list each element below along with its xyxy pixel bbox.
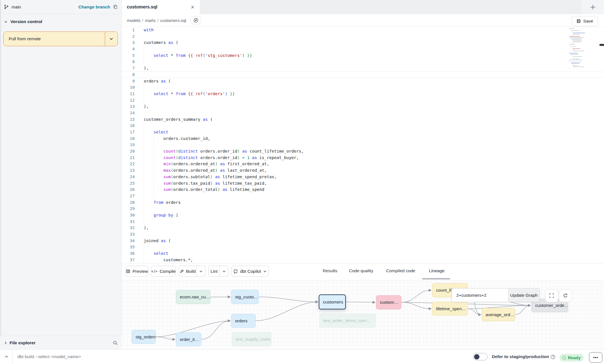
code-line[interactable]: 34joined as ( xyxy=(122,238,604,244)
minimap[interactable] xyxy=(569,28,596,71)
code-line[interactable]: 18 orders.customer_id, xyxy=(122,135,604,142)
code-line[interactable]: 14 xyxy=(122,110,604,116)
code-line[interactable]: 3customers as ( xyxy=(122,39,604,46)
code-line[interactable]: 5 select * from {{ ref('stg_customers') … xyxy=(122,52,604,59)
code-line[interactable]: 12 xyxy=(122,97,604,104)
lineage-node-stg_orders[interactable]: stg_orders xyxy=(132,330,156,344)
preview-button[interactable]: Preview xyxy=(125,266,149,277)
build-dropdown-chevron[interactable] xyxy=(196,266,205,276)
lineage-node-average_order[interactable]: average_ord… xyxy=(482,308,515,321)
search-icon[interactable] xyxy=(113,340,118,345)
code-editor[interactable]: 1with23customers as (45 select * from {{… xyxy=(122,27,604,263)
code-line[interactable]: 2 xyxy=(122,33,604,40)
help-icon[interactable] xyxy=(550,354,556,359)
code-line[interactable]: 37 customers.*, xyxy=(122,257,604,263)
code-line[interactable]: 27 xyxy=(122,193,604,199)
code-line[interactable]: 7), xyxy=(122,65,604,72)
code-line[interactable]: 22 min(orders.ordered_at) as first_order… xyxy=(122,161,604,167)
save-button[interactable]: Save xyxy=(572,16,598,26)
refresh-icon[interactable] xyxy=(559,289,572,302)
code-line[interactable]: 16 xyxy=(122,122,604,129)
file-explorer-label: File explorer xyxy=(10,340,36,345)
version-control-header[interactable]: Version control xyxy=(0,14,122,29)
line-number: 15 xyxy=(122,116,135,123)
dbt-copilot-button[interactable]: dbt Copilot xyxy=(231,266,269,277)
more-menu-button[interactable]: ••• xyxy=(589,352,602,363)
lineage-node-lifetime_spend[interactable]: lifetime_spen… xyxy=(432,302,468,316)
code-line[interactable]: 8 xyxy=(122,72,604,78)
code-line[interactable]: 10 xyxy=(122,84,604,91)
copilot-dropdown-chevron[interactable] xyxy=(263,270,267,273)
code-line[interactable]: 19 xyxy=(122,142,604,148)
code-line[interactable]: 1with xyxy=(122,27,604,33)
minimap-line xyxy=(573,34,580,34)
toggle-knob xyxy=(474,354,479,359)
compile-button[interactable]: </> Compile xyxy=(151,266,176,277)
code-line[interactable]: 33 xyxy=(122,231,604,238)
command-input[interactable]: dbt build --select <model_name> xyxy=(17,353,271,360)
code-line[interactable]: 4 xyxy=(122,46,604,52)
lineage-node-stg_customers[interactable]: stg_custo… xyxy=(231,290,259,304)
code-line[interactable]: 15customer_orders_summary as ( xyxy=(122,116,604,123)
minimap-line xyxy=(569,36,580,37)
code-line[interactable]: 20 count(distinct orders.order_id) as co… xyxy=(122,148,604,155)
code-line[interactable]: 24 sum(orders.subtotal) as lifetime_spen… xyxy=(122,174,604,180)
lineage-canvas[interactable]: 2+customers+2 Update Graph ecom.raw_cu…s… xyxy=(122,280,604,349)
status-badge[interactable]: Ready xyxy=(559,354,584,361)
code-line[interactable]: 11 select * from {{ ref('orders') }} xyxy=(122,91,604,97)
code-line[interactable]: 36 select xyxy=(122,250,604,257)
code-line[interactable]: 21 count(distinct orders.order_id) > 1 a… xyxy=(122,155,604,161)
code-line[interactable]: 17 select xyxy=(122,129,604,135)
minimap-line xyxy=(571,30,579,31)
code-line[interactable]: 28 from orders xyxy=(122,199,604,206)
minimap-line xyxy=(571,55,572,56)
update-graph-button[interactable]: Update Graph xyxy=(508,289,539,302)
tab-code-quality[interactable]: Code quality xyxy=(349,268,373,273)
minimap-line xyxy=(571,39,581,40)
tab-results[interactable]: Results xyxy=(323,268,337,273)
code-line[interactable]: 35 xyxy=(122,244,604,250)
code-line[interactable]: 29 xyxy=(122,206,604,212)
compass-icon[interactable] xyxy=(190,16,202,24)
file-explorer-row[interactable]: File explorer xyxy=(0,336,122,349)
lint-dropdown-chevron[interactable] xyxy=(220,266,228,276)
lineage-node-customers[interactable]: customers xyxy=(319,294,346,309)
code-line[interactable]: 6 xyxy=(122,59,604,65)
breadcrumb-file[interactable]: customers.sql xyxy=(160,18,186,23)
line-number: 1 xyxy=(122,27,135,33)
minimap-line xyxy=(573,65,578,66)
lineage-selector-input[interactable]: 2+customers+2 xyxy=(452,289,508,302)
lineage-node-custom[interactable]: custom… xyxy=(376,295,401,309)
line-number: 22 xyxy=(122,161,135,167)
tab-lineage[interactable]: Lineage xyxy=(429,268,444,273)
minimap-line xyxy=(569,53,578,53)
lineage-node-order_items[interactable]: order_it… xyxy=(176,332,201,346)
tab-compiled-code[interactable]: Compiled code xyxy=(386,268,415,273)
breadcrumb-models[interactable]: models xyxy=(127,18,140,23)
change-branch-link[interactable]: Change branch xyxy=(78,5,110,10)
code-line[interactable]: 32), xyxy=(122,225,604,231)
code-line[interactable]: 30 group by 1 xyxy=(122,212,604,218)
code-line[interactable]: 26 sum(orders.order_total) as lifetime_s… xyxy=(122,186,604,193)
defer-toggle[interactable] xyxy=(473,353,488,360)
save-label: Save xyxy=(583,19,593,24)
code-line[interactable]: 31 xyxy=(122,218,604,225)
pull-from-remote-button[interactable]: Pull from remote xyxy=(3,32,118,46)
tab-customers-sql[interactable]: customers.sql xyxy=(122,0,200,14)
new-tab-button[interactable] xyxy=(581,0,604,14)
fullscreen-icon[interactable] xyxy=(545,289,558,302)
build-button[interactable]: Build xyxy=(179,266,205,277)
code-line[interactable]: 25 sum(orders.tax_paid) as lifetime_tax_… xyxy=(122,180,604,187)
breadcrumb-marts[interactable]: marts xyxy=(145,18,156,23)
lineage-node-orders[interactable]: orders xyxy=(231,314,256,328)
scrollbar-thumb[interactable] xyxy=(599,44,604,46)
lineage-node-ecom_raw[interactable]: ecom.raw_cu… xyxy=(176,290,210,304)
pull-dropdown-chevron[interactable] xyxy=(105,32,118,46)
chevron-up-icon[interactable] xyxy=(2,353,11,361)
code-line[interactable]: 9orders as ( xyxy=(122,78,604,84)
code-line[interactable]: 23 max(orders.ordered_at) as last_ordere… xyxy=(122,167,604,174)
code-line[interactable]: 13), xyxy=(122,103,604,110)
lint-button[interactable]: Lint xyxy=(208,266,229,277)
close-icon[interactable] xyxy=(191,5,195,9)
copy-icon[interactable] xyxy=(113,5,118,9)
